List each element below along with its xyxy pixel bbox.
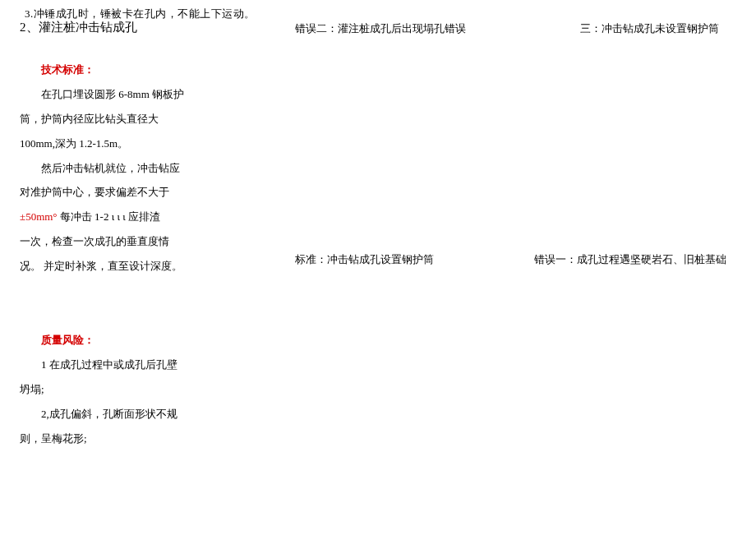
tech-standard-title: 技术标准： (20, 58, 270, 82)
tech-p2c: ±50mm° 每冲击 1-2 ι ι ι 应排渣 (20, 205, 270, 229)
risk-2b: 则，呈梅花形; (20, 427, 270, 451)
quality-risk-title: 质量风险： (20, 328, 270, 353)
risk-2a: 2,成孔偏斜，孔断面形状不规 (20, 402, 270, 427)
caption-error-1: 错误一：成孔过程遇坚硬岩石、旧桩基础 (534, 252, 726, 267)
tolerance-value: ±50mm° (20, 210, 58, 223)
tech-p2a: 然后冲击钻机就位，冲击钻应 (20, 156, 270, 181)
left-column: 技术标准： 在孔口埋设圆形 6-8mm 钢板护 筒，护筒内径应比钻头直径大 10… (20, 58, 270, 450)
caption-error-3: 三：冲击钻成孔未设置钢护筒 (580, 21, 719, 36)
caption-standard: 标准：冲击钻成孔设置钢护筒 (295, 252, 434, 267)
caption-error-2: 错误二：灌注桩成孔后出现塌孔错误 (295, 21, 466, 36)
tech-p2c-tail: 每冲击 1-2 ι ι ι 应排渣 (58, 210, 160, 223)
risk-1b: 坍塌; (20, 377, 270, 402)
tech-p1c: 100mm,深为 1.2-1.5m。 (20, 131, 270, 156)
tech-p2d: 一次，检查一次成孔的垂直度情 (20, 229, 270, 254)
section-heading: 2、灌注桩冲击钻成孔 (20, 20, 137, 35)
tech-p2b: 对准护筒中心，要求偏差不大于 (20, 180, 270, 205)
risk-1a: 1 在成孔过程中或成孔后孔壁 (20, 353, 270, 377)
tech-p1a: 在孔口埋设圆形 6-8mm 钢板护 (20, 82, 270, 107)
tech-p2e: 况。 并定时补浆，直至设计深度。 (20, 254, 270, 279)
tech-p1b: 筒，护筒内径应比钻头直径大 (20, 107, 270, 131)
